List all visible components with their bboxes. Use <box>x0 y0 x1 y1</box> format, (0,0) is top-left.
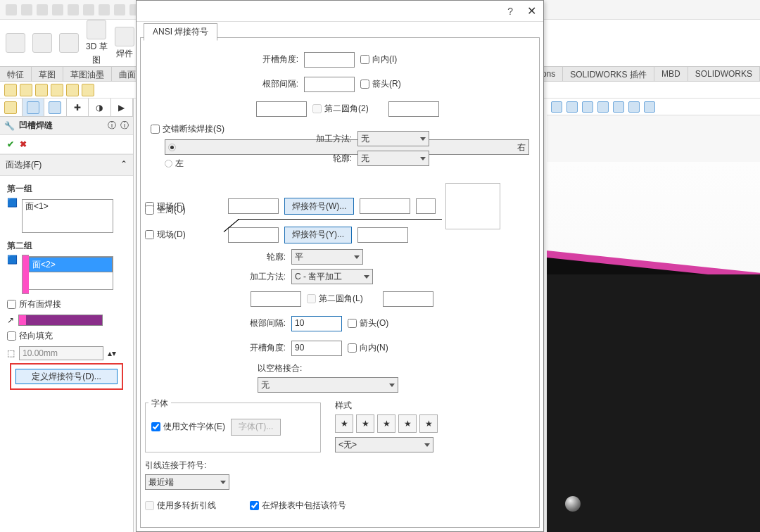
pm-tab-config[interactable] <box>23 99 45 116</box>
group1-listbox[interactable]: 面<1> <box>22 199 113 233</box>
ok-button[interactable]: ✔ <box>7 139 14 149</box>
cancel-button[interactable]: ✖ <box>20 139 27 149</box>
group2-listbox[interactable]: 面<2> <box>29 256 113 290</box>
style-btn[interactable]: ★ <box>335 414 353 433</box>
method2-select[interactable]: C - 凿平加工 <box>291 269 373 284</box>
q-icon[interactable] <box>20 84 32 96</box>
field-d-input1[interactable] <box>228 227 279 243</box>
tool-icon[interactable] <box>37 4 48 15</box>
define-weld-symbol-button[interactable]: 定义焊接符号(D)... <box>15 369 118 384</box>
tab-sketchink[interactable]: 草图油墨 <box>63 67 112 81</box>
pin-icon[interactable]: ⓘ <box>120 120 129 132</box>
root-gap2-input[interactable]: 10 <box>291 316 342 331</box>
distance-input[interactable]: 10.00mm <box>19 346 103 360</box>
view-icon[interactable] <box>582 101 593 113</box>
face-select-header[interactable]: 面选择(F)⌃ <box>0 154 133 176</box>
tool-icon[interactable] <box>6 4 17 15</box>
save-button[interactable] <box>32 33 52 53</box>
view-icon[interactable] <box>613 101 624 113</box>
style-btn[interactable]: ★ <box>377 414 395 433</box>
tab-mbd[interactable]: MBD <box>654 67 688 81</box>
tool-icon[interactable] <box>52 4 63 15</box>
contour2-select[interactable]: 平 <box>291 249 363 265</box>
inside-checkbox[interactable]: 向内(I) <box>360 53 397 65</box>
pm-tab-target[interactable]: ✚ <box>67 99 89 116</box>
fillet2b-input[interactable] <box>388 101 439 117</box>
view-icon[interactable] <box>597 101 609 113</box>
home-button[interactable] <box>6 33 25 53</box>
pm-tab-feature[interactable] <box>0 99 23 116</box>
pm-tab-more[interactable]: ▶ <box>111 99 134 116</box>
field-d-input2[interactable] <box>357 227 408 243</box>
field-d-checkbox[interactable]: 现场(D) <box>145 229 222 241</box>
q-icon[interactable] <box>66 84 79 96</box>
small-input[interactable] <box>416 198 436 214</box>
multi-jog-checkbox: 使用多转折引线 <box>145 500 216 512</box>
root-gap-input[interactable] <box>304 77 355 92</box>
tab-feature[interactable]: 特征 <box>0 67 32 81</box>
inside-n-checkbox[interactable]: 向内(N) <box>348 342 388 354</box>
tool-icon[interactable] <box>68 4 79 15</box>
fillet-l-input1[interactable] <box>251 291 301 307</box>
weld-symbol-w-button[interactable]: 焊接符号(W)... <box>284 198 354 215</box>
help-icon[interactable]: ⓘ <box>108 120 116 132</box>
field-input1[interactable] <box>228 198 279 214</box>
join-space-select[interactable]: 无 <box>258 377 398 393</box>
face-select-body: 第一组 🟦 面<1> 第二组 🟦 面<2> 所有面焊接 ↗ 径向填充 ⬚10.0… <box>0 176 133 397</box>
radial-fill-checkbox[interactable]: 径向填充 <box>7 330 126 342</box>
pm-tab-display[interactable] <box>44 99 67 116</box>
weldment-button[interactable]: 焊件 <box>115 27 134 60</box>
include-table-checkbox[interactable]: 在焊接表中包括该符号 <box>250 500 346 512</box>
q-icon[interactable] <box>51 84 63 96</box>
leader-select[interactable]: 最近端 <box>145 474 229 490</box>
groove-angle-input[interactable] <box>304 52 355 68</box>
view-icon[interactable] <box>566 101 578 113</box>
close-icon[interactable]: ✕ <box>527 4 536 18</box>
groove-angle2-input[interactable]: 90 <box>291 341 342 356</box>
list-item[interactable]: 面<1> <box>23 200 113 213</box>
view-icon[interactable] <box>628 101 640 113</box>
dialog-tab-ansi[interactable]: ANSI 焊接符号 <box>144 23 217 41</box>
tab-sketch[interactable]: 草图 <box>32 67 63 81</box>
all-faces-checkbox[interactable]: 所有面焊接 <box>7 298 126 310</box>
pm-tab-rebuild[interactable]: ◑ <box>89 99 111 116</box>
use-file-font-checkbox[interactable]: 使用文件字体(E) <box>151 421 225 433</box>
list-item[interactable]: 面<2> <box>29 257 113 272</box>
arrow-o-checkbox[interactable]: 箭头(O) <box>348 317 388 329</box>
q-icon[interactable] <box>82 84 94 96</box>
field-input2[interactable] <box>360 198 410 214</box>
arrow-checkbox[interactable]: 箭头(R) <box>360 78 401 90</box>
weld-symbol-y-button[interactable]: 焊接符号(Y)... <box>284 227 352 243</box>
dialog-titlebar[interactable]: ? ✕ <box>137 1 543 22</box>
view-icon[interactable] <box>644 101 655 113</box>
q-icon[interactable] <box>35 84 48 96</box>
spinner-icon[interactable]: ▴▾ <box>108 348 116 358</box>
tool-icon[interactable] <box>21 4 32 15</box>
model-canvas[interactable] <box>547 162 760 532</box>
tool-icon[interactable] <box>99 4 110 15</box>
help-icon[interactable]: ? <box>507 6 513 17</box>
q-icon[interactable] <box>4 84 17 96</box>
style-select[interactable]: <无> <box>335 437 433 452</box>
sketch3d-button[interactable]: 3D 草图 <box>86 20 108 66</box>
method-select[interactable]: 无 <box>357 131 429 146</box>
fillet2-input[interactable] <box>256 101 307 117</box>
contour-select[interactable]: 无 <box>357 151 429 166</box>
contour2-label: 轮廓: <box>243 251 286 263</box>
fillet-l-input2[interactable] <box>383 291 433 307</box>
face-select-label: 面选择(F) <box>6 159 42 171</box>
style-btn[interactable]: ★ <box>356 414 374 433</box>
second-fillet-checkbox: 第二圆角(2) <box>312 103 369 115</box>
3d-viewport[interactable] <box>547 99 760 532</box>
print-button[interactable] <box>59 33 79 53</box>
style-btn[interactable]: ★ <box>398 414 417 433</box>
color-swatch[interactable] <box>18 315 103 326</box>
tab-swcam[interactable]: SOLIDWORKS <box>688 67 760 81</box>
view-icon[interactable] <box>551 101 562 113</box>
allaround-checkbox[interactable]: 全周(U) <box>145 204 222 216</box>
style-btn[interactable]: ★ <box>419 414 438 433</box>
tool-icon[interactable] <box>114 4 125 15</box>
tool-icon[interactable] <box>83 4 94 15</box>
view-toolbar <box>547 99 760 115</box>
tab-swplugin[interactable]: SOLIDWORKS 插件 <box>563 67 654 81</box>
